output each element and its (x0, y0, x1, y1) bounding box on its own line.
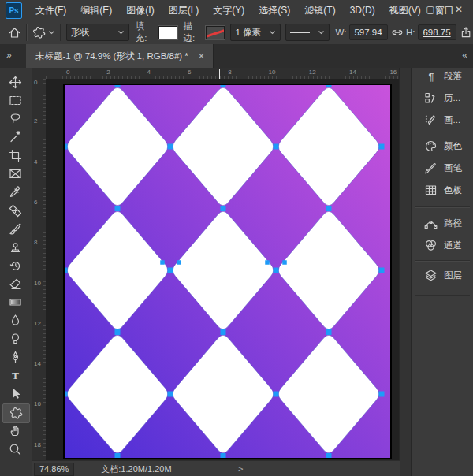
anchor-point[interactable] (379, 268, 385, 273)
fill-swatch[interactable] (158, 26, 177, 39)
move-tool[interactable] (2, 73, 28, 91)
canvas-artwork[interactable] (65, 85, 390, 458)
status-chevron-icon[interactable]: > (238, 464, 243, 474)
close-button[interactable]: ✕ (445, 0, 473, 19)
tool-preset-button[interactable] (32, 26, 46, 39)
crop-tool[interactable] (2, 147, 28, 165)
stroke-swatch[interactable] (206, 26, 225, 39)
anchor-point[interactable] (326, 206, 332, 211)
width-field[interactable]: 597.94 (349, 24, 388, 40)
marquee-tool[interactable] (2, 91, 28, 110)
maximize-button[interactable]: ▢ (416, 0, 445, 19)
anchor-point[interactable] (221, 206, 226, 211)
collapse-panel-right-icon[interactable]: « (462, 50, 467, 61)
dodge-tool[interactable] (2, 330, 28, 348)
anchor-point[interactable] (282, 260, 287, 265)
anchor-point[interactable] (221, 85, 226, 87)
zoom-tool[interactable] (2, 441, 28, 459)
stroke-style-dropdown[interactable] (285, 24, 330, 41)
channels-icon (424, 239, 438, 252)
ruler-cursor-indicator (34, 143, 43, 143)
anchor-point[interactable] (326, 85, 332, 87)
home-icon (8, 26, 21, 39)
menu-编辑[interactable]: 编辑(E) (73, 0, 119, 20)
stroke-width-dropdown[interactable]: 1 像素 (230, 24, 280, 41)
menu-图像[interactable]: 图像(I) (119, 0, 161, 20)
panel-tab-brush-settings[interactable]: 画... (412, 110, 473, 129)
menu-滤镜[interactable]: 滤镜(T) (297, 0, 342, 20)
anchor-point[interactable] (168, 392, 173, 397)
panel-tab-channels[interactable]: 通道 (412, 236, 473, 255)
stroke-style-line-icon (290, 32, 310, 33)
type-tool[interactable]: T (2, 366, 28, 385)
options-bar: 形状 填充: 描边: 1 像素 W: 597.94 H: 698.75 (0, 20, 473, 45)
anchor-point[interactable] (177, 260, 181, 265)
anchor-point[interactable] (65, 144, 68, 150)
anchor-point[interactable] (168, 268, 173, 273)
anchor-point[interactable] (115, 206, 121, 211)
frame-tool[interactable] (2, 165, 28, 183)
export-icon[interactable] (460, 26, 473, 39)
anchor-point[interactable] (274, 268, 279, 273)
pen-tool[interactable] (2, 348, 28, 366)
anchor-point[interactable] (379, 144, 385, 150)
paragraph-icon: ¶ (424, 69, 438, 83)
menu-3D[interactable]: 3D(D) (343, 0, 382, 20)
anchor-point[interactable] (65, 392, 68, 397)
link-dimensions-icon[interactable] (391, 26, 404, 39)
path-select-tool[interactable] (2, 385, 28, 403)
zoom-icon (9, 443, 22, 456)
document-tab[interactable]: 未标题-1 @ 74.9% (形状 1, RGB/8#) * ✕ (26, 44, 214, 68)
anchor-point[interactable] (221, 453, 226, 458)
anchor-point[interactable] (379, 392, 385, 397)
lasso-tool[interactable] (2, 110, 28, 128)
anchor-point[interactable] (115, 329, 121, 335)
tab-close-icon[interactable]: ✕ (198, 51, 205, 61)
magic-wand-tool[interactable] (2, 128, 28, 146)
menu-选择[interactable]: 选择(S) (251, 0, 297, 20)
anchor-point[interactable] (326, 453, 332, 458)
anchor-point[interactable] (326, 329, 332, 335)
anchor-point[interactable] (274, 392, 279, 397)
height-field[interactable]: 698.75 (418, 24, 456, 40)
eraser-tool[interactable] (2, 275, 28, 293)
healing-brush-tool[interactable] (2, 202, 28, 220)
anchor-point[interactable] (115, 453, 121, 458)
panel-tab-paragraph[interactable]: ¶段落 (412, 66, 473, 85)
gradient-tool[interactable] (2, 293, 28, 311)
panel-tab-history[interactable]: 历... (412, 88, 473, 107)
collapse-panel-left-icon[interactable]: » (6, 50, 12, 61)
document-canvas[interactable] (63, 84, 392, 459)
menu-图层[interactable]: 图层(L) (162, 0, 207, 20)
menu-文件[interactable]: 文件(F) (28, 0, 73, 20)
vertical-ruler[interactable]: 024681012141618 (32, 79, 47, 460)
menu-文字[interactable]: 文字(Y) (206, 0, 251, 20)
anchor-point[interactable] (65, 268, 68, 273)
shape-mode-dropdown[interactable]: 形状 (66, 24, 129, 41)
anchor-point[interactable] (160, 260, 165, 265)
anchor-point[interactable] (168, 144, 173, 150)
panel-tab-brushes[interactable]: 画笔 (412, 158, 473, 177)
horizontal-ruler[interactable]: 0246810121416 (46, 68, 400, 80)
panel-tab-layers[interactable]: 图层 (412, 266, 473, 284)
blur-tool[interactable] (2, 311, 28, 329)
zoom-level-field[interactable]: 74.86% (34, 463, 74, 476)
panel-tab-paths[interactable]: 路径 (412, 214, 473, 232)
history-brush-tool[interactable] (2, 257, 28, 275)
eyedropper-tool[interactable] (2, 183, 28, 201)
anchor-point[interactable] (265, 260, 270, 265)
minimize-button[interactable]: – (388, 0, 416, 19)
anchor-point[interactable] (221, 329, 226, 335)
clone-stamp-tool[interactable] (2, 238, 28, 256)
brush-tool[interactable] (2, 220, 28, 238)
healing-brush-icon (9, 204, 22, 218)
panel-dock-divider[interactable] (399, 68, 412, 476)
home-icon[interactable] (8, 26, 21, 39)
pasteboard[interactable] (46, 79, 400, 460)
panel-tab-color[interactable]: 颜色 (412, 136, 473, 155)
hand-tool[interactable] (2, 422, 28, 440)
anchor-point[interactable] (115, 85, 121, 87)
custom-shape-tool[interactable] (2, 403, 30, 423)
panel-tab-swatches[interactable]: 色板 (412, 180, 473, 199)
anchor-point[interactable] (274, 144, 279, 150)
